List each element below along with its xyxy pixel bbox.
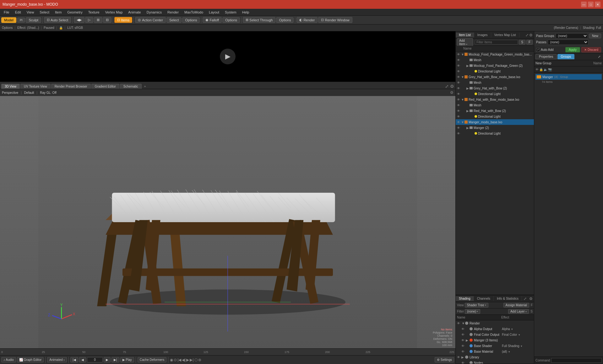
shader-row-render[interactable]: 👁 ▼ Render: [456, 320, 534, 326]
tree-item-grey-hat-folder[interactable]: 👁 ▶ Grey_Hat_with_Bow (2): [456, 85, 534, 91]
transport-icon-6[interactable]: ▶|: [190, 358, 193, 362]
visibility-icon[interactable]: 👁: [456, 109, 461, 113]
visibility-icon[interactable]: 👁: [456, 86, 461, 90]
menu-item[interactable]: Item: [52, 10, 64, 15]
group-panel[interactable]: Manger (4) : Group 74 Items: [534, 73, 603, 364]
filter-dropdown-button[interactable]: (none) ▾: [465, 309, 480, 314]
viewport-expand-icon[interactable]: ⤢: [445, 84, 449, 89]
tab-item-list[interactable]: Item List: [456, 33, 474, 37]
tab-uv-texture[interactable]: UV Texture View: [20, 84, 51, 89]
cache-deformers-button[interactable]: Cache Deformers: [138, 357, 166, 362]
tab-vertex-map-list[interactable]: Vertex Map List: [491, 33, 519, 37]
new-pass-group-button[interactable]: New: [589, 34, 601, 38]
shader-row-manger[interactable]: 👁 ▶ Manger (3 Items): [456, 337, 534, 343]
close-button[interactable]: ✕: [595, 2, 600, 7]
frame-back-button[interactable]: ◀: [79, 357, 86, 362]
transport-icon-1[interactable]: ◉: [170, 358, 173, 362]
menu-view[interactable]: View: [24, 10, 37, 15]
animated-button[interactable]: Animated ▾: [47, 357, 67, 362]
toggle-icon[interactable]: ▼: [461, 52, 464, 56]
tree-item-mesh-2[interactable]: 👁 Mesh: [456, 80, 534, 85]
action-center-button[interactable]: ◎ Action Center: [135, 17, 166, 23]
tab-channels[interactable]: Channels: [474, 296, 494, 301]
items-button[interactable]: ⊡ Items: [114, 17, 132, 23]
viewport-3d[interactable]: Perspective | Default | Ray GL: Off ⚙: [0, 89, 455, 348]
tree-item-mockup-food-folder[interactable]: 👁 ▶ Mockup_Food_Package_Green (2): [456, 63, 534, 68]
toggle-icon[interactable]: ▶: [466, 86, 470, 90]
visibility-icon[interactable]: 👁: [456, 114, 461, 119]
menu-file[interactable]: File: [1, 10, 12, 15]
shader-tree-button[interactable]: Shader Tree ▾: [465, 303, 488, 308]
toggle-icon[interactable]: ▼: [461, 120, 464, 124]
menu-help[interactable]: Help: [240, 10, 252, 15]
menu-render[interactable]: Render: [165, 10, 181, 15]
groups-expand-icon[interactable]: ⤢: [597, 55, 602, 58]
visibility-icon[interactable]: 👁: [456, 103, 461, 107]
play-button[interactable]: ▶ Play: [120, 357, 134, 362]
tree-item-manger-file[interactable]: 👁 ▼ Manger_modo_base.lxo: [456, 119, 534, 125]
transport-icon-5[interactable]: ▶: [186, 358, 189, 362]
transport-icon-7[interactable]: ⬡: [194, 358, 198, 362]
select-btn-1[interactable]: Select: [166, 17, 182, 23]
shader-visibility-icon[interactable]: 👁: [461, 338, 465, 342]
shader-toggle-manger[interactable]: ▶: [466, 339, 470, 342]
shader-row-nodes[interactable]: 👁 Nodes: [456, 360, 534, 364]
frame-back-start-button[interactable]: |◀: [70, 357, 78, 362]
tab-info-stats[interactable]: Info & Statistics: [494, 296, 522, 301]
visibility-icon[interactable]: 👁: [456, 75, 461, 79]
tree-item-red-hat-file[interactable]: 👁 ▼ Red_Hat_with_Bow_modo_base.lxo: [456, 97, 534, 102]
pt-button[interactable]: Pt: [17, 18, 25, 23]
tab-shading[interactable]: Shading: [456, 296, 474, 301]
render-preview[interactable]: ▶: [0, 31, 455, 82]
toggle-icon[interactable]: ▼: [461, 75, 464, 79]
visibility-icon[interactable]: 👁: [456, 97, 461, 102]
tree-item-grey-hat-file[interactable]: 👁 ▼ Grey_Hat_with_Bow_modo_base.lxo: [456, 74, 534, 80]
group-item-manger[interactable]: Manger (4) : Group: [535, 74, 602, 80]
shader-visibility-icon[interactable]: 👁: [461, 327, 465, 331]
toggle-icon[interactable]: ▶: [466, 64, 470, 67]
tab-schematic[interactable]: Schematic: [120, 84, 142, 89]
visibility-icon[interactable]: 👁: [456, 92, 461, 96]
falloff-button[interactable]: ◉ Falloff: [203, 17, 222, 23]
render-button[interactable]: ◐ Render: [296, 17, 318, 23]
tree-item-manger-folder[interactable]: 👁 ▶ Manger (2): [456, 125, 534, 131]
apply-button[interactable]: Apply: [565, 47, 580, 52]
visibility-icon[interactable]: 👁: [456, 52, 461, 56]
tab-3d-view[interactable]: 3D View: [1, 84, 20, 89]
add-layer-button[interactable]: Add Layer ▾: [508, 309, 529, 314]
command-input[interactable]: [551, 358, 602, 363]
visibility-icon[interactable]: 👁: [456, 80, 461, 85]
shader-row-alpha-output[interactable]: 👁 Alpha Output Alpha ▾: [456, 326, 534, 332]
frame-end-button[interactable]: ▶|: [111, 357, 119, 362]
tab-groups[interactable]: Groups: [557, 54, 575, 59]
new-group-button[interactable]: New Group: [535, 62, 551, 65]
transport-icon-3[interactable]: |◀: [177, 358, 181, 362]
pass-groups-select[interactable]: (none): [556, 33, 588, 39]
shader-visibility-icon[interactable]: 👁: [461, 344, 465, 348]
tree-item-mesh-3[interactable]: 👁 Mesh: [456, 102, 534, 108]
timeline-area[interactable]: 0 25 50 75 100 125 150 175 200 225 225: [0, 348, 455, 355]
select-through-button[interactable]: ⊞ Select Through: [243, 17, 275, 23]
visibility-icon[interactable]: 👁: [456, 126, 461, 130]
frame-forward-button[interactable]: ▶: [104, 357, 111, 362]
assign-material-button[interactable]: Assign Material: [503, 303, 529, 308]
shading-settings-icon[interactable]: ⚙: [528, 297, 534, 301]
filter-f-button[interactable]: F: [526, 40, 533, 45]
toggle-icon[interactable]: ▼: [461, 98, 464, 101]
auto-add-checkbox[interactable]: ✓ Auto Add: [536, 48, 554, 52]
model-button[interactable]: Model: [1, 17, 16, 23]
add-item-button[interactable]: Add Item ▾: [457, 38, 473, 46]
add-viewport-tab[interactable]: +: [142, 84, 148, 89]
transport-icon-4[interactable]: ◀|: [182, 358, 186, 362]
viewport-settings-icon[interactable]: ⚙: [450, 84, 454, 89]
shader-visibility-icon[interactable]: 👁: [461, 349, 465, 354]
item-tree[interactable]: 👁 ▼ Mockup_Food_Package_Green_modo_bas..…: [456, 51, 534, 295]
tree-item-dir-light-3[interactable]: 👁 Directional Light: [456, 114, 534, 119]
shader-visibility-icon[interactable]: 👁: [461, 332, 465, 337]
tab-gradient-editor[interactable]: Gradient Editor: [91, 84, 119, 89]
menu-geometry[interactable]: Geometry: [65, 10, 85, 15]
menu-dynamics[interactable]: Dynamics: [144, 10, 164, 15]
menu-animate[interactable]: Animate: [126, 10, 143, 15]
tab-render-preset[interactable]: Render Preset Browser: [51, 84, 91, 89]
settings-button[interactable]: ⚙ Settings: [435, 357, 454, 362]
